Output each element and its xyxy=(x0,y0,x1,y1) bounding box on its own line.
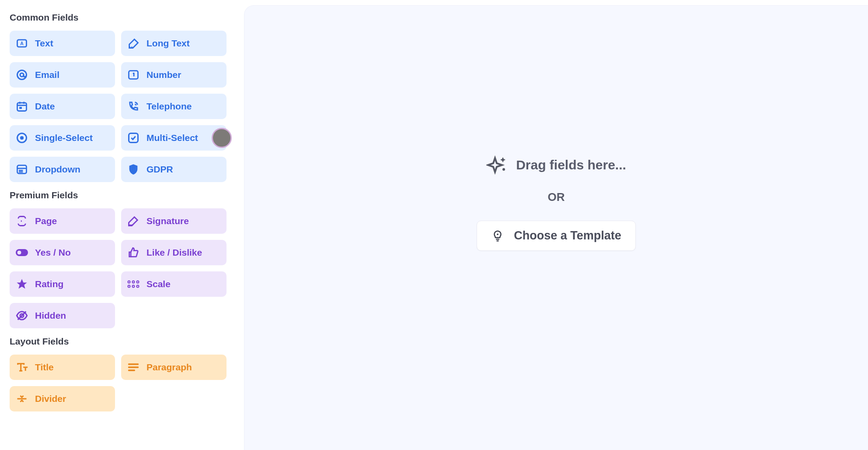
form-canvas-dropzone[interactable]: Drag fields here... OR Choose a Template xyxy=(244,5,868,450)
field-text[interactable]: A Text xyxy=(10,31,115,56)
field-label: Number xyxy=(146,70,181,80)
field-dropdown[interactable]: Dropdown xyxy=(10,157,115,182)
field-label: Divider xyxy=(35,394,66,404)
drag-hint-text: Drag fields here... xyxy=(516,158,626,172)
field-label: Telephone xyxy=(146,101,192,112)
svg-point-25 xyxy=(137,281,139,283)
scale-icon xyxy=(126,277,140,291)
multi-select-icon xyxy=(126,131,140,145)
telephone-icon xyxy=(126,99,140,113)
field-label: Email xyxy=(35,70,59,80)
gdpr-icon: EU xyxy=(126,162,140,176)
svg-point-2 xyxy=(129,46,130,47)
field-label: Yes / No xyxy=(35,247,71,258)
field-label: Text xyxy=(35,38,53,49)
layout-fields-heading: Layout Fields xyxy=(10,336,227,347)
field-label: GDPR xyxy=(146,164,173,175)
lightbulb-icon xyxy=(491,229,504,243)
field-hidden[interactable]: Hidden xyxy=(10,303,115,328)
common-fields-grid: A Text Long Text xyxy=(10,31,227,182)
sparkle-icon xyxy=(486,155,507,176)
field-scale[interactable]: Scale xyxy=(121,271,227,297)
field-divider[interactable]: Divider xyxy=(10,386,115,411)
field-label: Hidden xyxy=(35,310,66,321)
divider-icon xyxy=(15,392,29,406)
svg-text:EU: EU xyxy=(131,167,136,171)
field-gdpr[interactable]: EU GDPR xyxy=(121,157,227,182)
field-label: Signature xyxy=(146,216,189,226)
field-label: Multi-Select xyxy=(146,133,198,143)
svg-point-22 xyxy=(17,250,21,255)
long-text-icon xyxy=(126,36,140,50)
field-multi-select[interactable]: Multi-Select xyxy=(121,125,227,151)
svg-point-38 xyxy=(502,168,505,171)
field-label: Paragraph xyxy=(146,362,192,373)
hidden-icon xyxy=(15,309,29,323)
field-like-dislike[interactable]: Like / Dislike xyxy=(121,240,227,265)
svg-point-4 xyxy=(17,70,27,80)
svg-point-28 xyxy=(137,285,139,288)
premium-fields-grid: Page Signature Yes / No xyxy=(10,208,227,328)
single-select-icon xyxy=(15,131,29,145)
choose-template-button[interactable]: Choose a Template xyxy=(477,221,636,251)
number-icon xyxy=(126,68,140,82)
field-label: Dropdown xyxy=(35,164,80,175)
title-icon xyxy=(15,360,29,374)
svg-text:A: A xyxy=(20,41,24,46)
page-icon xyxy=(15,214,29,228)
svg-point-13 xyxy=(20,136,24,140)
template-button-label: Choose a Template xyxy=(514,229,621,243)
email-icon xyxy=(15,68,29,82)
svg-point-27 xyxy=(132,285,135,288)
field-paragraph[interactable]: Paragraph xyxy=(121,355,227,380)
field-title[interactable]: Title xyxy=(10,355,115,380)
field-label: Title xyxy=(35,362,54,373)
field-label: Rating xyxy=(35,279,63,289)
toggle-icon xyxy=(15,246,29,260)
field-yes-no[interactable]: Yes / No xyxy=(10,240,115,265)
field-single-select[interactable]: Single-Select xyxy=(10,125,115,151)
star-icon xyxy=(15,277,29,291)
common-fields-heading: Common Fields xyxy=(10,12,227,23)
or-separator: OR xyxy=(548,190,565,204)
drag-hint: Drag fields here... xyxy=(486,155,626,176)
field-date[interactable]: Date xyxy=(10,94,115,119)
cursor-indicator xyxy=(212,128,232,148)
svg-rect-7 xyxy=(17,103,27,111)
layout-fields-grid: Title Paragraph Divider xyxy=(10,355,227,411)
date-icon xyxy=(15,99,29,113)
signature-icon xyxy=(126,214,140,228)
field-rating[interactable]: Rating xyxy=(10,271,115,297)
svg-rect-11 xyxy=(19,107,22,109)
field-label: Date xyxy=(35,101,55,112)
field-page[interactable]: Page xyxy=(10,208,115,234)
field-label: Page xyxy=(35,216,57,226)
field-email[interactable]: Email xyxy=(10,62,115,88)
field-label: Scale xyxy=(146,279,171,289)
field-long-text[interactable]: Long Text xyxy=(121,31,227,56)
premium-fields-heading: Premium Fields xyxy=(10,190,227,200)
svg-point-24 xyxy=(132,281,135,283)
field-number[interactable]: Number xyxy=(121,62,227,88)
text-icon: A xyxy=(15,36,29,50)
svg-point-3 xyxy=(131,46,132,47)
svg-point-26 xyxy=(128,285,130,288)
fields-sidebar: Common Fields A Text Long Text xyxy=(0,0,236,450)
thumbs-up-icon xyxy=(126,246,140,260)
field-telephone[interactable]: Telephone xyxy=(121,94,227,119)
svg-point-23 xyxy=(128,281,130,283)
field-signature[interactable]: Signature xyxy=(121,208,227,234)
svg-point-39 xyxy=(497,233,498,235)
field-label: Long Text xyxy=(146,38,190,49)
field-label: Like / Dislike xyxy=(146,247,202,258)
paragraph-icon xyxy=(126,360,140,374)
field-label: Single-Select xyxy=(35,133,93,143)
dropdown-icon xyxy=(15,162,29,176)
